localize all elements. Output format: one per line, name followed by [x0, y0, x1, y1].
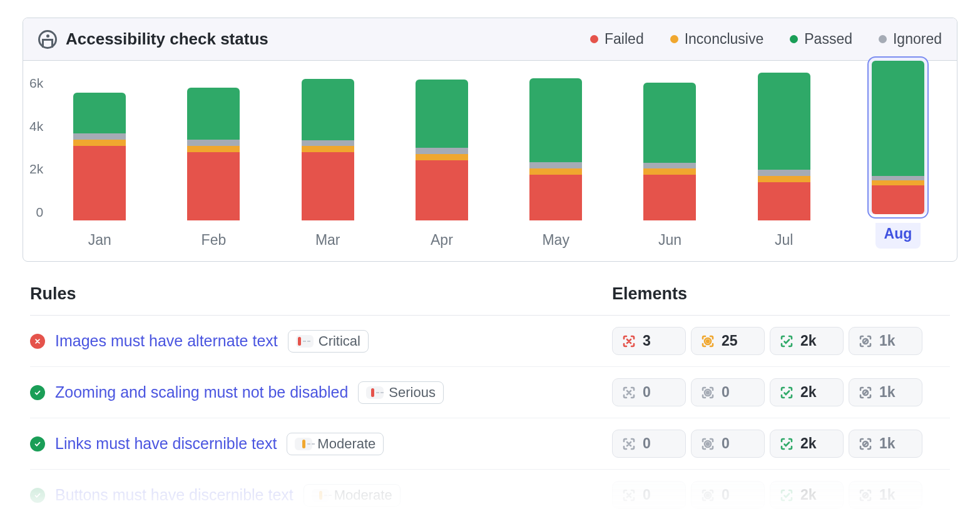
rule-link[interactable]: Links must have discernible text	[55, 435, 277, 453]
legend-dot-icon	[670, 35, 678, 43]
severity-pill: Serious	[358, 381, 444, 404]
bar-column-feb[interactable]: Feb	[170, 88, 257, 249]
legend-item-ignored[interactable]: Ignored	[879, 31, 942, 48]
inconclusive-chip[interactable]: 0	[691, 430, 765, 458]
severity-label: Moderate	[334, 487, 392, 503]
pass-icon	[30, 488, 45, 503]
bar-label: Jun	[658, 232, 681, 249]
failed-chip-icon	[621, 488, 636, 503]
chip-value: 2k	[800, 487, 817, 503]
bar-stack	[73, 93, 126, 220]
bar-segment-inconclusive	[529, 168, 582, 175]
chip-value: 0	[722, 435, 730, 452]
chip-value: 1k	[879, 384, 896, 401]
severity-label: Critical	[319, 333, 360, 349]
bar-label: Jan	[88, 232, 111, 249]
ignored-chip-icon	[858, 385, 873, 400]
inconclusive-chip[interactable]: 0	[691, 481, 765, 509]
legend-label: Inconclusive	[685, 31, 764, 48]
ignored-chip[interactable]: 1k	[849, 481, 922, 509]
bar-column-mar[interactable]: Mar	[284, 79, 372, 249]
chip-value: 2k	[800, 435, 817, 452]
svg-point-9	[706, 493, 710, 497]
bar-segment-inconclusive	[416, 154, 468, 160]
bar-segment-inconclusive	[643, 168, 696, 175]
passed-chip[interactable]: 2k	[770, 430, 844, 458]
elements-group: 3 25 2k 1k	[612, 327, 950, 355]
failed-chip[interactable]: 3	[612, 327, 686, 355]
bar-segment-failed	[73, 146, 126, 220]
card-header: Accessibility check status FailedInconcl…	[23, 18, 957, 61]
failed-chip[interactable]: 0	[612, 378, 686, 406]
pass-icon	[30, 436, 45, 451]
failed-chip[interactable]: 0	[612, 481, 686, 509]
bar-column-jul[interactable]: Jul	[740, 73, 828, 249]
passed-chip-icon	[779, 488, 794, 503]
bar-stack	[529, 78, 582, 220]
bar-column-jan[interactable]: Jan	[56, 93, 143, 249]
passed-chip[interactable]: 2k	[770, 481, 844, 509]
rule-link[interactable]: Images must have alternate text	[55, 332, 278, 350]
rule-link[interactable]: Zooming and scaling must not be disabled	[55, 383, 348, 401]
bar-column-aug[interactable]: Aug	[854, 57, 942, 249]
chip-value: 0	[643, 435, 651, 452]
bar-segment-failed	[872, 185, 924, 214]
y-tick: 0	[36, 205, 44, 220]
severity-indicator-icon	[296, 335, 314, 348]
legend-item-passed[interactable]: Passed	[790, 31, 852, 48]
bar-segment-ignored	[529, 162, 582, 168]
chart-legend: FailedInconclusivePassedIgnored	[590, 31, 942, 48]
ignored-chip-icon	[858, 334, 873, 349]
severity-indicator-icon	[295, 438, 312, 450]
legend-item-failed[interactable]: Failed	[590, 31, 644, 48]
y-tick: 6k	[29, 76, 43, 91]
inconclusive-chip-icon	[700, 488, 715, 503]
chip-value: 0	[722, 487, 730, 503]
card-title: Accessibility check status	[38, 29, 268, 49]
bar-column-jun[interactable]: Jun	[626, 83, 713, 249]
legend-label: Ignored	[893, 31, 942, 48]
rule-link[interactable]: Buttons must have discernible text	[55, 486, 293, 504]
legend-label: Failed	[605, 31, 644, 48]
table-body: Images must have alternate text Critical…	[30, 316, 950, 520]
bar-column-may[interactable]: May	[512, 78, 600, 249]
passed-chip-icon	[779, 334, 794, 349]
severity-label: Moderate	[317, 436, 375, 452]
rule-row: Links must have discernible text Moderat…	[30, 418, 950, 470]
bar-segment-ignored	[643, 163, 696, 168]
bar-segment-inconclusive	[73, 140, 126, 146]
bar-segment-passed	[416, 80, 468, 148]
chip-value: 2k	[800, 384, 817, 401]
inconclusive-chip-icon	[700, 436, 715, 451]
inconclusive-chip[interactable]: 0	[691, 378, 765, 406]
bar-column-apr[interactable]: Apr	[398, 80, 486, 249]
bar-segment-failed	[302, 152, 354, 220]
ignored-chip-icon	[858, 436, 873, 451]
chip-value: 0	[643, 384, 651, 401]
legend-dot-icon	[790, 35, 798, 43]
passed-chip[interactable]: 2k	[770, 327, 844, 355]
failed-chip[interactable]: 0	[612, 430, 686, 458]
bar-segment-ignored	[302, 140, 354, 146]
bar-label: Feb	[202, 232, 227, 249]
accessibility-status-card: Accessibility check status FailedInconcl…	[23, 18, 957, 262]
legend-item-inconclusive[interactable]: Inconclusive	[670, 31, 764, 48]
rule-row: Buttons must have discernible text Moder…	[30, 470, 950, 520]
y-tick: 4k	[29, 119, 43, 134]
chart-area: 6k4k2k0 JanFebMarAprMayJunJulAug	[23, 61, 957, 261]
ignored-chip[interactable]: 1k	[849, 327, 922, 355]
severity-label: Serious	[389, 384, 436, 401]
bar-segment-failed	[416, 160, 468, 220]
ignored-chip[interactable]: 1k	[849, 378, 922, 406]
severity-pill: Critical	[288, 330, 369, 353]
bar-segment-passed	[187, 88, 240, 139]
inconclusive-chip[interactable]: 25	[691, 327, 765, 355]
severity-indicator-icon	[366, 386, 384, 399]
bars-container: JanFebMarAprMayJunJulAug	[52, 73, 946, 249]
ignored-chip[interactable]: 1k	[849, 430, 922, 458]
chip-value: 0	[722, 384, 730, 401]
passed-chip[interactable]: 2k	[770, 378, 844, 406]
bar-stack	[643, 83, 696, 220]
card-title-text: Accessibility check status	[66, 29, 268, 49]
chip-value: 1k	[879, 435, 896, 452]
